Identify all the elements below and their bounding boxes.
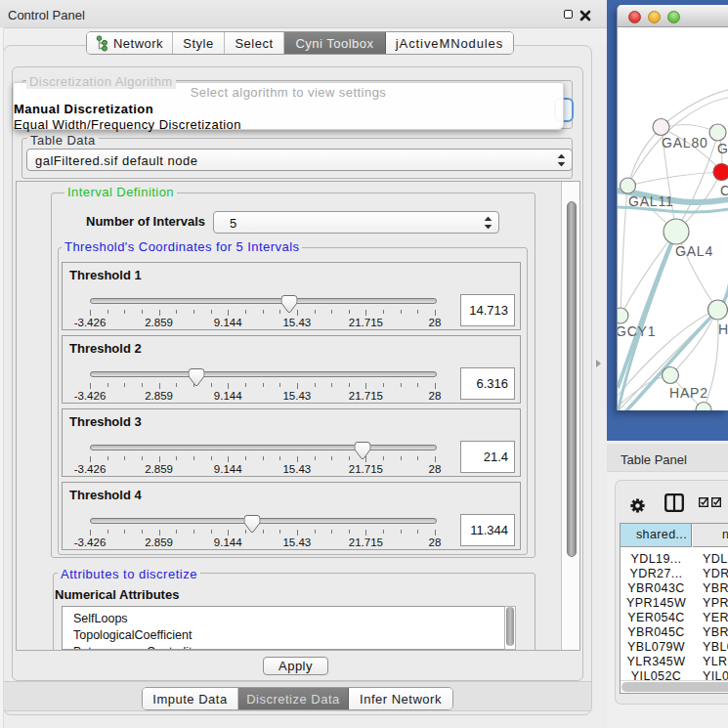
svg-text:HAP2: HAP2 bbox=[669, 385, 708, 401]
svg-text:GAL80: GAL80 bbox=[662, 135, 708, 150]
svg-text:C: C bbox=[720, 183, 728, 198]
svg-text:GCY1: GCY1 bbox=[618, 323, 656, 339]
svg-text:GA: GA bbox=[717, 141, 728, 156]
svg-text:HI: HI bbox=[718, 321, 728, 337]
svg-text:GAL4: GAL4 bbox=[675, 243, 713, 259]
svg-text:GAL11: GAL11 bbox=[628, 193, 674, 209]
